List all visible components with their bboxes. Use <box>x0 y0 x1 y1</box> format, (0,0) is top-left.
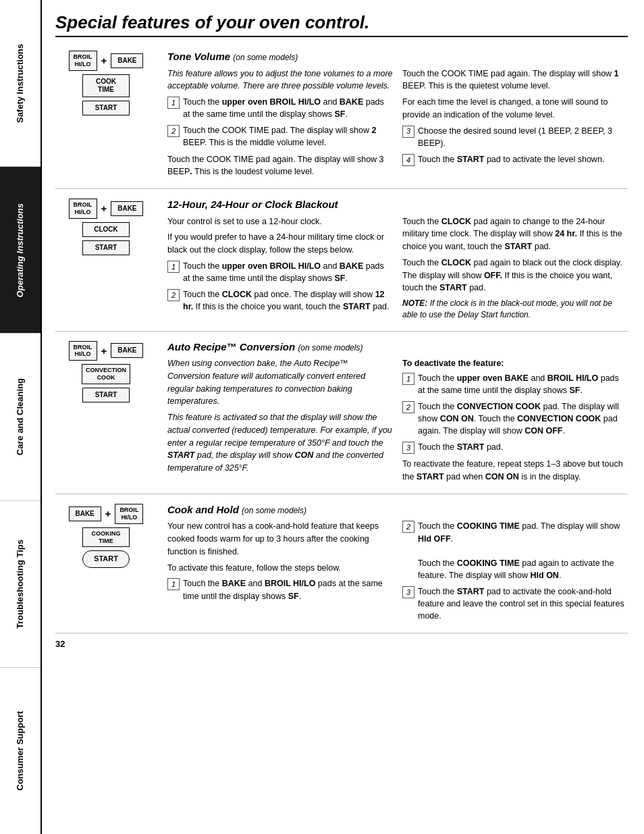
auto-step-3: 3 Touch the START pad. <box>402 441 628 454</box>
cook-hold-step-1: 1 Touch the BAKE and BROIL HI/LO pads at… <box>167 577 393 602</box>
auto-diagram-row-1: BroilHi/Lo + Bake <box>69 341 144 361</box>
auto-recipe-content: Auto Recipe™ Conversion (on some models)… <box>167 340 628 487</box>
cook-hold-broil-button: BroilHi/Lo <box>115 504 143 524</box>
clock-bake-button: Bake <box>111 201 143 216</box>
broil-button: BroilHi/Lo <box>69 51 97 71</box>
clock-start-button: Start <box>82 240 130 255</box>
tone-step-2-text: Touch the COOK TIME pad. The display wil… <box>183 124 393 149</box>
diagram-row-2: CookTime <box>82 74 130 97</box>
auto-plus-icon: + <box>101 345 107 357</box>
sidebar-label-operating: Operating Instructions <box>15 203 26 297</box>
auto-step-1-text: Touch the upper oven BAKE and BROIL HI/L… <box>418 372 628 396</box>
cook-hold-step-3: 3 Touch the START pad to activate the co… <box>402 585 628 622</box>
diagram-row-1: BroilHi/Lo + Bake <box>69 51 144 71</box>
cook-hold-title-note: (on some models) <box>242 506 306 515</box>
main-content: Special features of your oven control. B… <box>42 0 644 834</box>
auto-step-1: 1 Touch the upper oven BAKE and BROIL HI… <box>402 372 628 396</box>
tone-intro: This feature allows you to adjust the to… <box>167 68 393 93</box>
diagram-auto-recipe: BroilHi/Lo + Bake ConvectionCook Start <box>55 340 157 487</box>
plus-icon: + <box>101 55 107 66</box>
clock-title-text: 12-Hour, 24-Hour or Clock Blackout <box>167 199 338 210</box>
cooking-time-button: CookingTime <box>82 527 130 548</box>
auto-step-num-2: 2 <box>402 401 414 413</box>
step-num-3: 3 <box>402 126 414 138</box>
tone-volume-title-note: (on some models) <box>233 53 298 62</box>
clock-diagram-row-2: Clock <box>82 222 130 237</box>
auto-bake-button: Bake <box>111 343 143 358</box>
auto-start-button: Start <box>82 388 130 402</box>
tone-volume-title-text: Tone Volume <box>167 51 230 62</box>
tone-right-2: For each time the level is changed, a to… <box>402 96 628 122</box>
auto-step-2-text: Touch the CONVECTION COOK pad. The displ… <box>418 400 628 437</box>
auto-step-2: 2 Touch the CONVECTION COOK pad. The dis… <box>402 400 628 437</box>
auto-recipe-right: To deactivate the feature: 1 Touch the u… <box>402 357 628 487</box>
tone-volume-title: Tone Volume (on some models) <box>167 49 628 65</box>
cook-hold-row-1: Bake + BroilHi/Lo <box>69 504 144 524</box>
cook-hold-content: Cook and Hold (on some models) Your new … <box>167 502 628 627</box>
diagram-tone-volume: BroilHi/Lo + Bake CookTime Start <box>55 49 157 182</box>
tone-step-3: 3 Choose the desired sound level (1 BEEP… <box>402 125 628 149</box>
page-number: 32 <box>55 639 628 649</box>
clock-intro-1: Your control is set to use a 12-hour clo… <box>167 215 393 228</box>
clock-right-2: Touch the CLOCK pad again to black out t… <box>402 257 628 294</box>
auto-intro-1: When using convection bake, the Auto Rec… <box>167 357 393 408</box>
auto-diagram-row-2: ConvectionCook <box>82 364 130 384</box>
cook-time-button: CookTime <box>82 74 130 97</box>
tone-step-1-text: Touch the upper oven BROIL HI/LO and BAK… <box>183 96 393 120</box>
auto-recipe-body: When using convection bake, the Auto Rec… <box>167 357 628 487</box>
tone-step-1: 1 Touch the upper oven BROIL HI/LO and B… <box>167 96 393 120</box>
clock-body: Your control is set to use a 12-hour clo… <box>167 215 628 324</box>
auto-recipe-title-text: Auto Recipe™ Conversion <box>167 341 295 353</box>
clock-note: NOTE: If the clock is in the black-out m… <box>402 298 628 321</box>
tone-volume-right: Touch the COOK TIME pad again. The displ… <box>402 68 628 182</box>
auto-recipe-title-note: (on some models) <box>298 343 363 353</box>
cook-hold-step-2: 2 Touch the COOKING TIME pad. The displa… <box>402 520 628 581</box>
section-auto-recipe: BroilHi/Lo + Bake ConvectionCook Start A… <box>55 332 628 494</box>
clock-title: 12-Hour, 24-Hour or Clock Blackout <box>167 197 628 213</box>
tone-step-4-text: Touch the START pad to activate the leve… <box>418 153 604 165</box>
auto-step-3-text: Touch the START pad. <box>418 441 503 453</box>
cook-hold-title-text: Cook and Hold <box>167 504 239 515</box>
sidebar: Safety Instructions Operating Instructio… <box>0 0 42 834</box>
tone-right-1: Touch the COOK TIME pad again. The displ… <box>402 68 628 93</box>
page-title: Special features of your oven control. <box>55 12 628 37</box>
diagram-clock: BroilHi/Lo + Bake Clock Start <box>55 197 157 324</box>
cook-hold-row-3: Start <box>82 550 130 567</box>
sidebar-section-consumer: Consumer Support <box>0 668 41 834</box>
section-tone-volume: BroilHi/Lo + Bake CookTime Start Tone Vo… <box>55 41 628 189</box>
cook-hold-bake-button: Bake <box>69 506 101 521</box>
auto-reactivate: To reactivate the feature, repeat steps … <box>402 458 628 484</box>
auto-recipe-title: Auto Recipe™ Conversion (on some models) <box>167 340 628 355</box>
step-num-1: 1 <box>167 97 180 109</box>
clock-diagram-row-1: BroilHi/Lo + Bake <box>69 199 144 219</box>
cook-hold-plus-icon: + <box>105 508 111 519</box>
clock-left: Your control is set to use a 12-hour clo… <box>167 215 393 324</box>
clock-broil-button: BroilHi/Lo <box>69 199 97 219</box>
clock-button: Clock <box>82 222 130 237</box>
auto-step-num-3: 3 <box>402 442 414 454</box>
sidebar-section-operating: Operating Instructions <box>0 167 41 334</box>
start-button: Start <box>82 101 130 115</box>
sidebar-section-troubleshooting: Troubleshooting Tips <box>0 501 41 668</box>
cook-hold-intro-2: To activate this feature, follow the ste… <box>167 562 393 575</box>
auto-recipe-left: When using convection bake, the Auto Rec… <box>167 357 393 487</box>
cook-hold-step-1-text: Touch the BAKE and BROIL HI/LO pads at t… <box>183 577 393 602</box>
tone-volume-body: This feature allows you to adjust the to… <box>167 68 628 182</box>
clock-step-num-2: 2 <box>167 289 180 301</box>
diagram-row-3: Start <box>82 101 130 115</box>
clock-content: 12-Hour, 24-Hour or Clock Blackout Your … <box>167 197 628 324</box>
cook-hold-row-2: CookingTime <box>82 527 130 548</box>
cook-hold-start-button: Start <box>82 550 130 567</box>
clock-intro-2: If you would prefer to have a 24-hour mi… <box>167 231 393 257</box>
cook-hold-body: Your new control has a cook-and-hold fea… <box>167 520 628 626</box>
tone-step-3-text: Choose the desired sound level (1 BEEP, … <box>418 125 628 149</box>
diagram-cook-hold: Bake + BroilHi/Lo CookingTime Start <box>55 502 157 627</box>
sidebar-section-care: Care and Cleaning <box>0 334 41 500</box>
cook-hold-step-num-1: 1 <box>167 578 180 590</box>
auto-broil-button: BroilHi/Lo <box>69 341 97 361</box>
deactivate-label: To deactivate the feature: <box>402 357 628 370</box>
sidebar-label-safety: Safety Instructions <box>15 44 26 123</box>
clock-step-1-text: Touch the upper oven BROIL HI/LO and BAK… <box>183 260 393 284</box>
tone-volume-left: This feature allows you to adjust the to… <box>167 68 393 182</box>
cook-hold-step-num-2: 2 <box>402 521 414 533</box>
